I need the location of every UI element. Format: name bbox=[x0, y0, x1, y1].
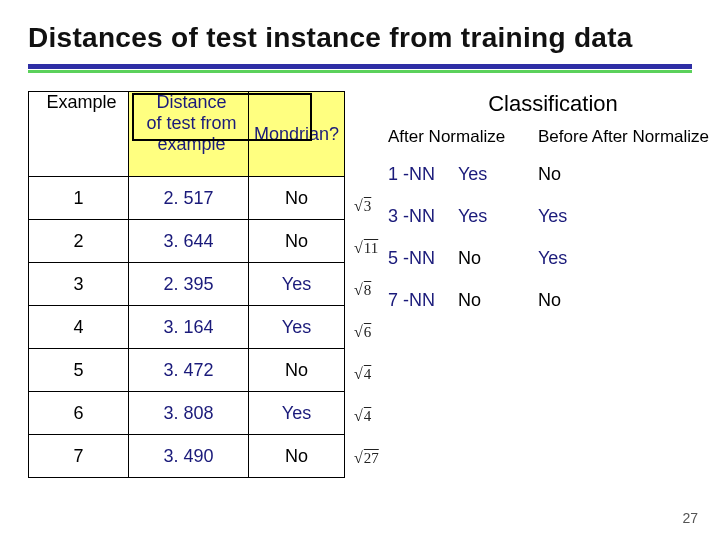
knn-label: 5 -NN bbox=[388, 248, 458, 269]
classification-header: Classification bbox=[388, 91, 718, 117]
mondrian-cell: Yes bbox=[249, 263, 345, 306]
sqrt-cell: √4 bbox=[354, 395, 379, 437]
classification-row: 3 -NNYesYes bbox=[388, 195, 718, 237]
example-cell: 1 bbox=[29, 177, 129, 220]
after-normalize-value: Yes bbox=[458, 206, 538, 227]
slide: Distances of test instance from training… bbox=[0, 0, 720, 540]
mondrian-cell: No bbox=[249, 220, 345, 263]
table-row: 63. 808Yes bbox=[29, 392, 345, 435]
distance-cell: 3. 490 bbox=[129, 435, 249, 478]
rule-top bbox=[28, 64, 692, 69]
radical-icon: √ bbox=[354, 449, 363, 467]
sqrt-value: 11 bbox=[364, 240, 378, 257]
distance-cell: 3. 808 bbox=[129, 392, 249, 435]
table-row: 53. 472No bbox=[29, 349, 345, 392]
rule-bot bbox=[28, 70, 692, 73]
col-before-after-normalize: Before After Normalize bbox=[538, 127, 718, 147]
table-row: 23. 644No bbox=[29, 220, 345, 263]
radical-icon: √ bbox=[354, 323, 363, 341]
mondrian-cell: No bbox=[249, 435, 345, 478]
example-cell: 6 bbox=[29, 392, 129, 435]
sqrt-annotations: √3√11√8√6√4√4√27 bbox=[354, 185, 379, 479]
title-rule bbox=[28, 64, 692, 73]
classification-table: 1 -NNYesNo3 -NNYesYes5 -NNNoYes7 -NNNoNo bbox=[388, 153, 718, 321]
classification-subheader: After Normalize Before After Normalize bbox=[388, 127, 718, 147]
sqrt-value: 27 bbox=[364, 450, 379, 467]
example-cell: 2 bbox=[29, 220, 129, 263]
before-normalize-value: No bbox=[538, 164, 608, 185]
col-after-normalize: After Normalize bbox=[388, 127, 538, 147]
distance-cell: 3. 164 bbox=[129, 306, 249, 349]
after-normalize-value: No bbox=[458, 248, 538, 269]
radical-icon: √ bbox=[354, 281, 363, 299]
sqrt-value: 4 bbox=[364, 366, 372, 383]
sqrt-value: 4 bbox=[364, 408, 372, 425]
knn-label: 7 -NN bbox=[388, 290, 458, 311]
distance-cell: 3. 644 bbox=[129, 220, 249, 263]
classification-row: 1 -NNYesNo bbox=[388, 153, 718, 195]
distance-cell: 2. 517 bbox=[129, 177, 249, 220]
after-normalize-value: No bbox=[458, 290, 538, 311]
radical-icon: √ bbox=[354, 239, 363, 257]
sqrt-value: 3 bbox=[364, 198, 372, 215]
table-row: 12. 517No bbox=[29, 177, 345, 220]
knn-label: 1 -NN bbox=[388, 164, 458, 185]
example-cell: 5 bbox=[29, 349, 129, 392]
distance-cell: 2. 395 bbox=[129, 263, 249, 306]
example-cell: 4 bbox=[29, 306, 129, 349]
classification-row: 5 -NNNoYes bbox=[388, 237, 718, 279]
slide-title: Distances of test instance from training… bbox=[28, 22, 692, 54]
mondrian-cell: No bbox=[249, 349, 345, 392]
table-row: 32. 395Yes bbox=[29, 263, 345, 306]
sqrt-cell: √27 bbox=[354, 437, 379, 479]
sqrt-cell: √11 bbox=[354, 227, 379, 269]
sqrt-cell: √3 bbox=[354, 185, 379, 227]
mondrian-cell: No bbox=[249, 177, 345, 220]
header-overlay-box bbox=[132, 93, 312, 141]
classification-row: 7 -NNNoNo bbox=[388, 279, 718, 321]
sqrt-cell: √4 bbox=[354, 353, 379, 395]
radical-icon: √ bbox=[354, 197, 363, 215]
example-cell: 7 bbox=[29, 435, 129, 478]
after-normalize-value: Yes bbox=[458, 164, 538, 185]
sqrt-cell: √6 bbox=[354, 311, 379, 353]
example-header: Example bbox=[29, 92, 129, 177]
mondrian-cell: Yes bbox=[249, 306, 345, 349]
radical-icon: √ bbox=[354, 407, 363, 425]
table-row: 73. 490No bbox=[29, 435, 345, 478]
page-number: 27 bbox=[682, 510, 698, 526]
before-normalize-value: Yes bbox=[538, 248, 608, 269]
knn-label: 3 -NN bbox=[388, 206, 458, 227]
example-cell: 3 bbox=[29, 263, 129, 306]
table-row: 43. 164Yes bbox=[29, 306, 345, 349]
classification-block: Classification After Normalize Before Af… bbox=[388, 91, 718, 321]
distance-cell: 3. 472 bbox=[129, 349, 249, 392]
sqrt-value: 8 bbox=[364, 282, 372, 299]
before-normalize-value: No bbox=[538, 290, 608, 311]
distance-table: Example Distance of test from example Mo… bbox=[28, 91, 345, 478]
sqrt-value: 6 bbox=[364, 324, 372, 341]
before-normalize-value: Yes bbox=[538, 206, 608, 227]
mondrian-cell: Yes bbox=[249, 392, 345, 435]
radical-icon: √ bbox=[354, 365, 363, 383]
sqrt-cell: √8 bbox=[354, 269, 379, 311]
